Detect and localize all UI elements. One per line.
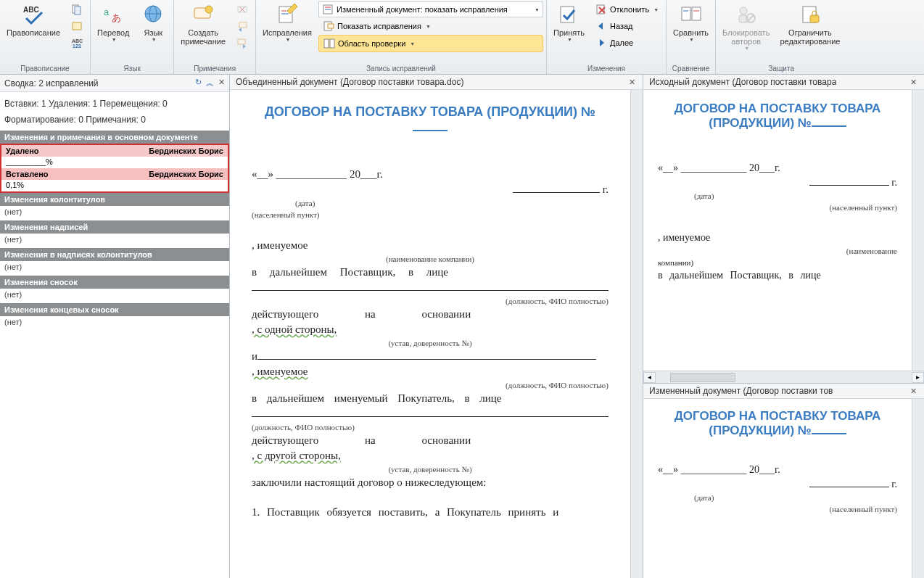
refresh-icon[interactable]: ↻ (195, 78, 202, 88)
svg-rect-33 (692, 7, 701, 20)
reject-icon (595, 4, 607, 15)
inserted-author: Бердинских Борис (149, 170, 223, 178)
word-count-button[interactable]: ABC123 (67, 35, 87, 51)
sec-footnotes: Изменения сносок (0, 276, 229, 289)
svg-point-12 (205, 6, 213, 13)
restrict-editing-button[interactable]: Ограничить редактирование (776, 1, 843, 48)
language-button[interactable]: Язык ▼ (136, 1, 170, 44)
svg-rect-26 (324, 39, 329, 48)
group-language: aあ Перевод ▼ Язык ▼ Язык (91, 0, 174, 74)
svg-rect-27 (330, 39, 334, 48)
stats-line2: Форматирование: 0 Примечания: 0 (4, 112, 225, 128)
block-authors-button: Блокировать авторов ▼ (719, 1, 773, 53)
chevron-down-icon: ▼ (112, 37, 117, 42)
display-combo[interactable]: Измененный документ: показать исправлени… (318, 1, 543, 17)
reject-label: Отклонить (610, 5, 649, 14)
svg-point-36 (740, 7, 747, 15)
deleted-detail: _________% (1, 157, 228, 168)
compare-button[interactable]: Сравнить ▼ (669, 1, 712, 44)
show-markup-button[interactable]: Показать исправления ▼ (318, 18, 543, 34)
new-comment-button[interactable]: Создать примечание (177, 1, 229, 48)
scrollbar-v[interactable] (912, 90, 924, 371)
restrict-label: Ограничить редактирование (780, 28, 840, 46)
scroll-right-icon[interactable]: ► (912, 372, 924, 383)
deleted-label: Удалено (6, 146, 39, 155)
display-combo-text: Измененный документ: показать исправлени… (337, 5, 530, 14)
group-proofing-title: Правописание (3, 64, 87, 74)
scrollbar-v[interactable] (630, 90, 643, 578)
chevron-down-icon: ▼ (653, 7, 659, 12)
group-protect-title: Защита (719, 64, 843, 74)
prev-icon (236, 20, 248, 32)
prev-comment-button (232, 18, 252, 34)
block-authors-label: Блокировать авторов (722, 28, 770, 46)
workspace: Сводка: 2 исправлений ↻ ︽ ✕ Вставки: 1 У… (0, 75, 924, 578)
prev-change-button[interactable]: Назад (591, 18, 663, 34)
summary-stats: Вставки: 1 Удаления: 1 Перемещения: 0 Фо… (0, 92, 229, 131)
group-changes: Принять ▼ Отклонить ▼ Назад Далее И (547, 0, 667, 74)
summary-list: Изменения и примечания в основном докуме… (0, 131, 229, 331)
merged-page: ДОГОВОР НА ПОСТАВКУ ТОВАРА (ПРОДУКЦИИ) №… (230, 90, 630, 536)
block-authors-icon (735, 4, 758, 27)
reviewing-pane-label: Область проверки (338, 39, 405, 48)
collapse-icon[interactable]: ︽ (206, 78, 214, 88)
spelling-label: Правописание (7, 28, 60, 37)
scrollbar-v[interactable] (912, 399, 924, 578)
next-change-label: Далее (610, 38, 633, 47)
close-icon[interactable]: ✕ (218, 78, 225, 88)
show-markup-label: Показать исправления (337, 22, 421, 30)
display-icon (322, 4, 334, 15)
sec-headers-none: (нет) (0, 206, 229, 220)
chevron-down-icon: ▼ (426, 24, 431, 29)
reviewing-pane-button[interactable]: Область проверки ▼ (318, 35, 543, 52)
next-change-button[interactable]: Далее (591, 35, 663, 51)
chevron-down-icon: ▼ (410, 41, 415, 46)
research-button[interactable] (67, 1, 87, 17)
group-compare: Сравнить ▼ Сравнение (667, 0, 716, 74)
chevron-down-icon: ▼ (689, 37, 694, 42)
reject-button[interactable]: Отклонить ▼ (591, 1, 663, 17)
source-doc-scroll[interactable]: ДОГОВОР НА ПОСТАВКУ ТОВАРА (ПРОДУКЦИИ) №… (643, 90, 912, 371)
close-icon[interactable]: ✕ (909, 78, 918, 87)
accept-icon (557, 4, 580, 27)
source-doc-title: Исходный документ (Договор поставки това… (649, 77, 836, 87)
svg-text:ABC: ABC (72, 38, 83, 44)
src-title: ДОГОВОР НА ПОСТАВКУ ТОВАРА (ПРОДУКЦИИ) № (658, 102, 897, 131)
thesaurus-button[interactable] (67, 18, 87, 34)
group-tracking-title: Запись исправлений (259, 64, 543, 74)
revised-doc-scroll[interactable]: ДОГОВОР НА ПОСТАВКУ ТОВАРА (ПРОДУКЦИИ) №… (643, 399, 912, 578)
sec-headers: Изменения колонтитулов (0, 193, 229, 206)
deleted-author: Бердинских Борис (149, 146, 223, 155)
restrict-icon (799, 4, 822, 27)
sec-hf-textboxes-none: (нет) (0, 261, 229, 276)
summary-header: Сводка: 2 исправлений ↻ ︽ ✕ (0, 75, 229, 92)
change-deleted[interactable]: Удалено Бердинских Борис (1, 145, 228, 157)
close-icon[interactable]: ✕ (909, 387, 918, 396)
inserted-detail: 0,1% (1, 180, 228, 191)
scrollbar-h[interactable]: ◄ ► (643, 371, 924, 383)
globe-icon (141, 4, 165, 27)
rev-title: ДОГОВОР НА ПОСТАВКУ ТОВАРА (ПРОДУКЦИИ) № (658, 409, 897, 438)
change-inserted[interactable]: Вставлено Бердинских Борис (1, 168, 228, 180)
group-comments: Создать примечание Примечания (174, 0, 256, 74)
reviewing-pane-icon (323, 38, 335, 49)
svg-text:123: 123 (73, 44, 81, 49)
spelling-button[interactable]: ABC Правописание (3, 1, 64, 39)
track-changes-icon (276, 4, 299, 27)
translate-icon: aあ (102, 4, 125, 27)
chevron-down-icon: ▼ (152, 37, 157, 42)
compare-icon (680, 4, 703, 27)
sec-footnotes-none: (нет) (0, 289, 229, 303)
scroll-left-icon[interactable]: ◄ (643, 372, 656, 383)
compare-label: Сравнить (673, 28, 709, 37)
new-comment-icon (191, 4, 215, 27)
word-count-icon: ABC123 (71, 37, 83, 49)
sec-endnotes-none: (нет) (0, 316, 229, 331)
svg-rect-41 (810, 15, 819, 22)
accept-label: Принять (553, 28, 585, 37)
close-icon[interactable]: ✕ (627, 78, 637, 87)
accept-button[interactable]: Принять ▼ (550, 1, 588, 44)
track-changes-button[interactable]: Исправления ▼ (259, 1, 315, 44)
translate-button[interactable]: aあ Перевод ▼ (94, 1, 133, 44)
merged-doc-scroll[interactable]: ДОГОВОР НА ПОСТАВКУ ТОВАРА (ПРОДУКЦИИ) №… (230, 90, 630, 578)
